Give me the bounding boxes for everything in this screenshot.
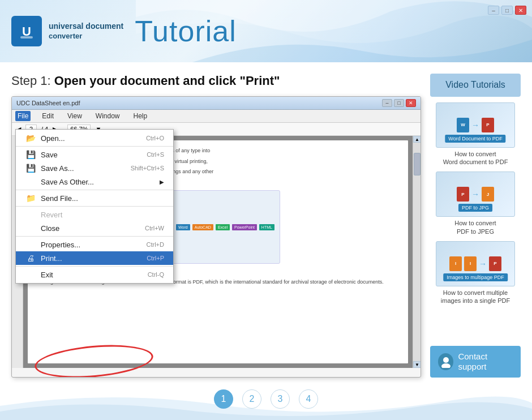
video-tutorials-header: Video Tutorials xyxy=(430,74,521,97)
doc-title-controls: – □ ✕ xyxy=(382,99,416,107)
menu-edit[interactable]: Edit xyxy=(40,111,56,121)
exit-icon xyxy=(25,270,36,279)
page-dot-4[interactable]: 4 xyxy=(299,389,318,409)
doc-minimize-button[interactable]: – xyxy=(382,99,392,107)
left-panel: Step 1: Open your document and click "Pr… xyxy=(11,74,421,378)
doc-titlebar: UDC DataSheet en.pdf – □ ✕ xyxy=(12,97,421,110)
video-card-pdf-to-jpg[interactable]: P → J PDF to JPG How to convertPDF to JP… xyxy=(430,172,521,235)
menu-window[interactable]: Window xyxy=(93,111,122,121)
video-thumb-pdf-to-jpg: P → J PDF to JPG xyxy=(436,172,515,217)
video-label-2: How to convertPDF to JPEG xyxy=(454,219,496,235)
open-icon: 📂 xyxy=(25,134,36,143)
convert-arrow-icon: → xyxy=(471,121,479,130)
menu-print[interactable]: 🖨Print... Ctrl+P xyxy=(16,251,173,265)
window-controls: – □ ✕ xyxy=(488,6,526,15)
video-card-images-to-pdf[interactable]: I I → P Images to multipage PDF How to c… xyxy=(430,241,521,305)
convert-arrow-icon-3: → xyxy=(479,259,487,268)
menu-revert: Revert xyxy=(16,208,173,221)
main-content: Step 1: Open your document and click "Pr… xyxy=(0,62,532,383)
save-as-other-icon xyxy=(25,177,36,186)
contact-support-button[interactable]: Contact support xyxy=(430,346,521,378)
page-dot-2[interactable]: 2 xyxy=(242,389,261,409)
menu-exit[interactable]: Exit Ctrl-Q xyxy=(16,268,173,281)
img-file-icon-1: I xyxy=(449,256,462,271)
maximize-button[interactable]: □ xyxy=(501,6,513,15)
menu-save-as[interactable]: 💾Save As... Shift+Ctrl+S xyxy=(16,161,173,175)
step-description: Open your document and click "Print" xyxy=(54,74,280,88)
step-number: Step 1: xyxy=(11,74,51,88)
header: U universal document converter Tutorial … xyxy=(0,0,532,62)
doc-scrollbar[interactable]: ▲ ▼ xyxy=(413,136,421,368)
close-menu-icon xyxy=(25,224,36,233)
video-label-3: How to convert multipleimages into a sin… xyxy=(441,289,510,305)
jpg-file-icon: J xyxy=(482,187,494,202)
video-thumb-word-to-pdf: W → P Word Document to PDF xyxy=(436,102,515,148)
revert-icon xyxy=(25,210,36,219)
contact-support-label: Contact support xyxy=(458,352,513,372)
page-navigation: 1 2 3 4 xyxy=(214,389,318,409)
img-file-icon-2: I xyxy=(464,256,477,271)
video-card-word-to-pdf[interactable]: W → P Word Document to PDF How to conver… xyxy=(430,102,521,166)
scrollbar-thumb[interactable] xyxy=(414,153,421,175)
header-title: Tutorial xyxy=(135,14,236,48)
minimize-button[interactable]: – xyxy=(488,6,499,15)
menu-close[interactable]: Close Ctrl+W xyxy=(16,221,173,235)
print-icon: 🖨 xyxy=(25,254,36,263)
save-icon: 💾 xyxy=(25,150,36,159)
menu-open[interactable]: 📂Open... Ctrl+O xyxy=(16,131,173,145)
send-file-icon: 📁 xyxy=(25,194,36,203)
doc-maximize-button[interactable]: □ xyxy=(394,99,404,107)
video-thumb-label-3: Images to multipage PDF xyxy=(443,273,508,281)
right-panel: Video Tutorials W → P Word Document to P… xyxy=(430,74,521,378)
document-window: UDC DataSheet en.pdf – □ ✕ File Edit Vie… xyxy=(11,96,421,378)
menu-file[interactable]: File xyxy=(15,111,31,121)
page-dot-1[interactable]: 1 xyxy=(214,389,233,409)
step-title: Step 1: Open your document and click "Pr… xyxy=(11,74,421,88)
properties-icon xyxy=(25,240,36,249)
menu-send-file[interactable]: 📁Send File... xyxy=(16,191,173,205)
save-as-icon: 💾 xyxy=(25,164,36,173)
menu-properties[interactable]: Properties... Ctrl+D xyxy=(16,238,173,251)
svg-rect-2 xyxy=(20,36,33,38)
support-person-icon xyxy=(438,353,453,370)
menu-save[interactable]: 💾Save Ctrl+S xyxy=(16,148,173,161)
page-dot-3[interactable]: 3 xyxy=(271,389,290,409)
menu-help[interactable]: Help xyxy=(131,111,150,121)
footer: 1 2 3 4 xyxy=(0,383,532,420)
pdf-file-icon: P xyxy=(482,118,494,132)
menu-view[interactable]: View xyxy=(65,111,84,121)
doc-close-button[interactable]: ✕ xyxy=(406,99,416,107)
convert-arrow-icon-2: → xyxy=(471,190,479,199)
svg-point-3 xyxy=(443,357,449,363)
pdf-file-icon-2: P xyxy=(457,187,469,202)
close-button[interactable]: ✕ xyxy=(515,6,526,15)
video-thumb-label-2: PDF to JPG xyxy=(458,204,492,212)
pdf-file-icon-3: P xyxy=(489,256,501,271)
file-dropdown-menu: 📂Open... Ctrl+O 💾Save Ctrl+S 💾Save As...… xyxy=(15,129,174,284)
doc-menubar: File Edit View Window Help xyxy=(12,110,421,123)
doc-title-text: UDC DataSheet en.pdf xyxy=(16,100,80,106)
word-file-icon: W xyxy=(457,118,469,132)
mouse-cursor: ↖ xyxy=(153,376,162,378)
svg-point-4 xyxy=(441,363,451,368)
logo-icon: U xyxy=(11,16,42,46)
video-thumb-images-to-pdf: I I → P Images to multipage PDF xyxy=(436,241,515,286)
logo-text: universal document converter xyxy=(49,21,123,41)
video-thumb-label-1: Word Document to PDF xyxy=(445,135,505,143)
logo-area: U universal document converter xyxy=(11,16,123,46)
video-label-1: How to convertWord document to PDF xyxy=(443,150,508,166)
menu-save-as-other[interactable]: Save As Other... ▶ xyxy=(16,175,173,188)
